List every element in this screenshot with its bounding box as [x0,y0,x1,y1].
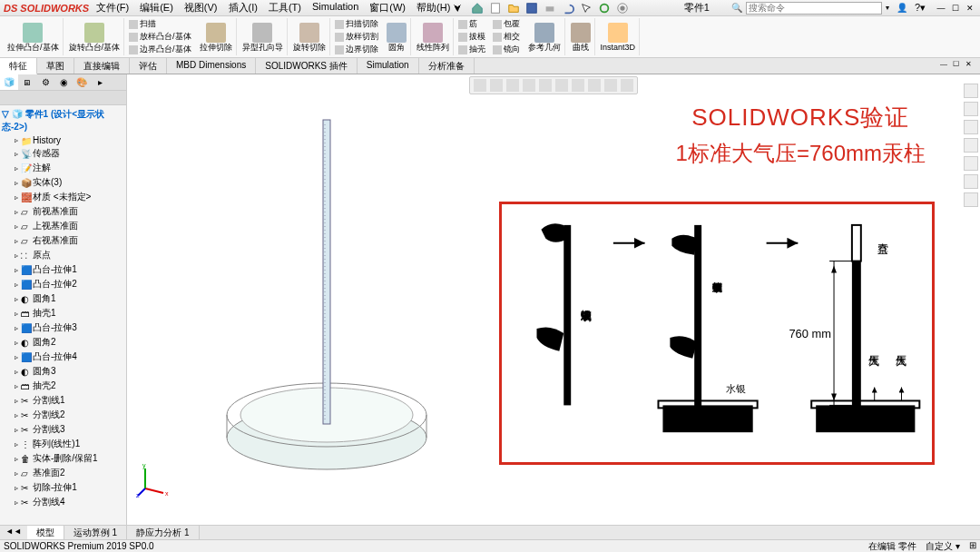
loft-boss-button[interactable]: 放样凸台/基体 [129,31,191,43]
curves-button[interactable]: 曲线 [567,18,595,55]
draft-button[interactable]: 拔模 [458,31,485,43]
view-orient-icon[interactable] [539,79,552,92]
search-dropdown-icon[interactable]: ▾ [886,4,889,12]
menu-file[interactable]: 文件(F) [96,1,129,15]
boundary-cut-button[interactable]: 边界切除 [335,44,378,55]
rebuild-icon[interactable] [598,2,611,15]
view-settings-icon[interactable] [621,79,633,92]
tree-item[interactable]: ▹✂分割线3 [2,422,124,437]
boundary-boss-button[interactable]: 边界凸台/基体 [129,44,191,55]
tree-item[interactable]: ▹🟦凸台-拉伸1 [2,262,124,277]
user-icon[interactable]: 👤 [897,3,907,13]
tree-item[interactable]: ▹🗃抽壳1 [2,306,124,320]
sweep-cut-button[interactable]: 扫描切除 [335,18,378,30]
maximize-button[interactable]: ☐ [949,3,962,14]
save-icon[interactable] [525,2,538,15]
tree-item[interactable]: ▹✂分割线2 [2,408,124,422]
tree-root[interactable]: ▽ 🧊 零件1 (设计<显示状态-2>) [2,107,124,134]
revolve-boss-button[interactable]: 旋转凸台/基体 [65,18,125,55]
tab-mbd[interactable]: MBD Dimensions [167,58,256,74]
btab-prev-icon[interactable]: ◄◄ [0,526,27,539]
close-button[interactable]: ✕ [964,3,976,14]
menu-help[interactable]: 帮助(H) [416,1,450,15]
fm-prop-tab[interactable]: 🗉 [18,74,36,90]
tree-item[interactable]: ▹🟦凸台-拉伸3 [2,320,124,335]
tree-item[interactable]: ▹◐圆角3 [2,364,124,379]
help-icon[interactable]: ?▾ [915,2,926,14]
tree-item[interactable]: ▹🟦凸台-拉伸4 [2,350,124,364]
fm-display-tab[interactable]: 🎨 [73,74,91,90]
new-icon[interactable] [489,2,502,15]
intersect-button[interactable]: 相交 [493,31,520,43]
tree-item[interactable]: ▹◐圆角1 [2,291,124,306]
zoom-fit-icon[interactable] [474,79,486,92]
fm-more-tab[interactable]: ▸ [91,74,109,90]
menu-edit[interactable]: 编辑(E) [140,1,173,15]
tree-item[interactable]: ▹▱右视基准面 [2,233,124,248]
feature-tree[interactable]: ▽ 🧊 零件1 (设计<显示状态-2>) ▹📁History▹📡传感器▹📝注解▹… [0,105,126,525]
hole-wizard-button[interactable]: 异型孔向导 [239,18,288,55]
extrude-cut-button[interactable]: 拉伸切除 [196,18,237,55]
appearance-icon[interactable] [588,79,601,92]
loft-cut-button[interactable]: 放样切割 [335,31,378,43]
menu-simulation[interactable]: Simulation [312,1,358,15]
tree-item[interactable]: ▹⸬原点 [2,248,124,262]
wrap-button[interactable]: 包覆 [493,18,520,30]
menu-window[interactable]: 窗口(W) [369,1,406,15]
orientation-triad[interactable]: x y z [136,461,172,498]
vp-maximize-icon[interactable]: ☐ [953,60,964,71]
menu-tools[interactable]: 工具(T) [269,1,301,15]
tp-props-icon[interactable] [964,174,978,189]
select-icon[interactable] [580,2,593,15]
tab-evaluate[interactable]: 评估 [130,58,167,74]
tree-item[interactable]: ▹📁History [2,134,124,146]
extrude-boss-button[interactable]: 拉伸凸台/基体 [4,18,64,55]
tab-direct-edit[interactable]: 直接编辑 [74,58,130,74]
scene-icon[interactable] [604,79,617,92]
tp-library-icon[interactable] [964,102,978,116]
options-icon[interactable] [616,2,629,15]
status-custom[interactable]: 自定义 ▾ [926,540,960,553]
fm-config-tab[interactable]: ⚙ [36,74,54,90]
open-icon[interactable] [507,2,520,15]
tree-item[interactable]: ▹🟦凸台-拉伸2 [2,277,124,291]
tab-features[interactable]: 特征 [0,58,37,74]
tree-item[interactable]: ▹▱前视基准面 [2,204,124,219]
prev-view-icon[interactable] [506,79,519,92]
tab-sketch[interactable]: 草图 [37,58,74,74]
tab-sim[interactable]: Simulation [358,58,419,74]
sweep-button[interactable]: 扫描 [129,18,191,30]
tree-item[interactable]: ▹🗃抽壳2 [2,379,124,393]
search-input[interactable] [746,2,882,15]
revolve-cut-button[interactable]: 旋转切除 [289,18,330,55]
menu-view[interactable]: 视图(V) [184,1,218,15]
vp-minimize-icon[interactable]: — [940,60,951,71]
tree-item[interactable]: ▹🧱材质 <未指定> [2,190,124,204]
tree-item[interactable]: ▹✂切除-拉伸1 [2,480,124,495]
home-icon[interactable] [471,2,484,15]
shell-button[interactable]: 抽壳 [458,44,485,55]
tree-item[interactable]: ▹✂分割线1 [2,393,124,408]
tree-item[interactable]: ▹🗑实体-删除/保留1 [2,451,124,466]
tab-addins[interactable]: SOLIDWORKS 插件 [256,58,358,74]
tree-item[interactable]: ▹📝注解 [2,161,124,175]
fm-dimxpert-tab[interactable]: ◉ [54,74,73,90]
fm-tree-tab[interactable]: 🧊 [0,74,18,90]
menu-dropdown-icon[interactable]: ⮟ [454,4,462,13]
status-icon[interactable]: ⊞ [969,540,976,553]
btab-motion[interactable]: 运动算例 1 [64,526,127,539]
menu-insert[interactable]: 插入(I) [229,1,258,15]
tree-item[interactable]: ▹▱上视基准面 [2,219,124,233]
print-icon[interactable] [544,2,556,15]
instant3d-button[interactable]: Instant3D [597,18,641,55]
tp-forum-icon[interactable] [964,192,978,207]
tree-item[interactable]: ▹📦实体(3) [2,175,124,190]
section-view-icon[interactable] [523,79,535,92]
tree-item[interactable]: ▹▱基准面2 [2,466,124,480]
hide-show-icon[interactable] [572,79,584,92]
btab-stress[interactable]: 静应力分析 1 [127,526,199,539]
display-style-icon[interactable] [555,79,568,92]
tab-analysis[interactable]: 分析准备 [419,58,475,74]
ref-geom-button[interactable]: 参考几何 [524,18,565,55]
vp-close-icon[interactable]: ✕ [965,60,976,71]
